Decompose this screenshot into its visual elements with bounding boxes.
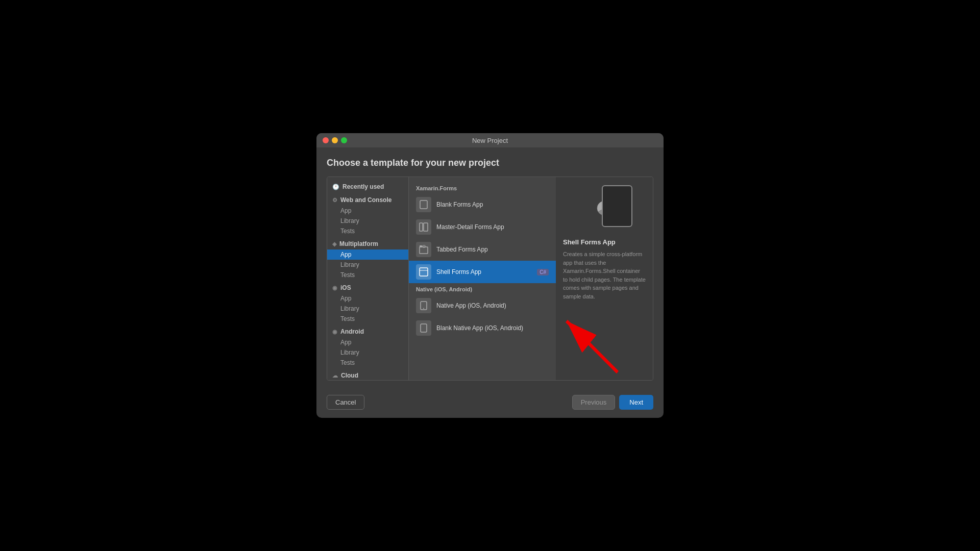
sidebar-android-label: Android <box>340 328 364 335</box>
maximize-button[interactable] <box>341 137 347 143</box>
sidebar-category-cloud[interactable]: ☁ Cloud <box>327 370 408 380</box>
preview-area <box>563 185 646 231</box>
preview-panel: Shell Forms App Creates a simple cross-p… <box>556 177 653 380</box>
sidebar-section-recently-used: 🕐 Recently used <box>327 181 408 192</box>
sidebar-multiplatform-label: Multiplatform <box>339 240 378 247</box>
ios-icon: ◉ <box>332 285 337 291</box>
sidebar-item-android-app[interactable]: App <box>327 337 408 347</box>
master-detail-icon <box>416 219 431 235</box>
shell-forms-icon <box>416 264 431 280</box>
sidebar-web-console-label: Web and Console <box>340 196 391 204</box>
template-item-blank-native[interactable]: Blank Native App (iOS, Android) <box>409 317 556 339</box>
dialog-footer: Cancel Previous Next <box>316 389 664 418</box>
blank-native-icon <box>416 320 431 336</box>
sidebar-category-android[interactable]: ◉ Android <box>327 326 408 337</box>
sidebar-category-multiplatform[interactable]: ◈ Multiplatform <box>327 238 408 249</box>
sidebar-ios-label: iOS <box>340 284 351 291</box>
csharp-badge: C# <box>537 269 549 276</box>
android-icon: ◉ <box>332 329 337 335</box>
sidebar-category-ios[interactable]: ◉ iOS <box>327 282 408 293</box>
template-label-native-app: Native App (iOS, Android) <box>436 302 506 309</box>
multiplatform-icon: ◈ <box>332 241 336 247</box>
sidebar-item-multiplatform-app[interactable]: App <box>327 249 408 260</box>
svg-rect-9 <box>421 324 427 332</box>
new-project-dialog: New Project Choose a template for your n… <box>316 133 664 418</box>
sidebar-category-recently-used[interactable]: 🕐 Recently used <box>327 181 408 192</box>
template-item-tabbed-forms[interactable]: Tabbed Forms App <box>409 238 556 261</box>
native-app-icon <box>416 298 431 313</box>
previous-button[interactable]: Previous <box>572 395 616 410</box>
sidebar-item-ios-tests[interactable]: Tests <box>327 314 408 324</box>
preview-description: Creates a simple cross-platform app that… <box>563 250 646 300</box>
template-item-blank-forms[interactable]: Blank Forms App <box>409 193 556 216</box>
sidebar-item-ios-library[interactable]: Library <box>327 304 408 314</box>
template-list: Xamarin.Forms Blank Forms App Master-Det… <box>409 177 556 380</box>
web-console-icon: ⚙ <box>332 197 337 204</box>
sidebar-item-multiplatform-tests[interactable]: Tests <box>327 270 408 280</box>
sidebar: 🕐 Recently used ⚙ Web and Console App Li… <box>327 177 409 380</box>
next-button[interactable]: Next <box>619 395 653 410</box>
sidebar-section-ios: ◉ iOS App Library Tests <box>327 282 408 324</box>
sidebar-cloud-label: Cloud <box>341 372 358 379</box>
minimize-button[interactable] <box>332 137 338 143</box>
sidebar-item-web-tests[interactable]: Tests <box>327 226 408 236</box>
svg-rect-0 <box>420 201 427 209</box>
clock-icon: 🕐 <box>332 184 339 190</box>
cloud-icon: ☁ <box>332 372 338 379</box>
svg-rect-6 <box>420 268 428 276</box>
template-item-shell-forms[interactable]: Shell Forms App C# <box>409 261 556 283</box>
sidebar-item-web-library[interactable]: Library <box>327 216 408 226</box>
sidebar-item-ios-app[interactable]: App <box>327 293 408 304</box>
traffic-lights <box>323 137 347 143</box>
window-title: New Project <box>472 137 508 144</box>
dialog-heading: Choose a template for your new project <box>327 158 653 168</box>
navigation-buttons: Previous Next <box>572 395 653 410</box>
sidebar-item-multiplatform-library[interactable]: Library <box>327 260 408 270</box>
template-item-native-app[interactable]: Native App (iOS, Android) <box>409 294 556 317</box>
sidebar-category-label: Recently used <box>342 183 384 190</box>
svg-point-8 <box>423 308 424 309</box>
sidebar-item-web-app[interactable]: App <box>327 206 408 216</box>
sidebar-section-android: ◉ Android App Library Tests <box>327 326 408 368</box>
close-button[interactable] <box>323 137 329 143</box>
svg-rect-4 <box>420 245 422 247</box>
svg-rect-3 <box>420 247 428 254</box>
preview-title: Shell Forms App <box>563 238 616 246</box>
svg-rect-1 <box>420 223 423 231</box>
content-area: 🕐 Recently used ⚙ Web and Console App Li… <box>327 177 653 381</box>
template-item-master-detail[interactable]: Master-Detail Forms App <box>409 216 556 238</box>
dialog-body: Choose a template for your new project 🕐… <box>316 147 664 389</box>
template-label-tabbed-forms: Tabbed Forms App <box>436 246 488 253</box>
sidebar-category-web-console[interactable]: ⚙ Web and Console <box>327 194 408 206</box>
cancel-button[interactable]: Cancel <box>327 395 364 410</box>
sidebar-section-multiplatform: ◈ Multiplatform App Library Tests <box>327 238 408 280</box>
blank-forms-icon <box>416 197 431 212</box>
template-label-blank-native: Blank Native App (iOS, Android) <box>436 324 523 332</box>
svg-rect-2 <box>424 223 428 231</box>
sidebar-item-android-tests[interactable]: Tests <box>327 358 408 368</box>
preview-image <box>576 185 632 231</box>
template-section-header-native: Native (iOS, Android) <box>409 283 556 294</box>
template-label-shell-forms: Shell Forms App <box>436 268 481 276</box>
template-label-blank-forms: Blank Forms App <box>436 201 483 208</box>
template-label-master-detail: Master-Detail Forms App <box>436 223 504 231</box>
template-section-header-xamarin: Xamarin.Forms <box>409 182 556 193</box>
sidebar-item-android-library[interactable]: Library <box>327 347 408 358</box>
phone-mockup <box>602 185 632 227</box>
sidebar-section-web-console: ⚙ Web and Console App Library Tests <box>327 194 408 236</box>
sidebar-section-cloud: ☁ Cloud General <box>327 370 408 380</box>
tabbed-forms-icon <box>416 242 431 257</box>
titlebar: New Project <box>316 133 664 147</box>
